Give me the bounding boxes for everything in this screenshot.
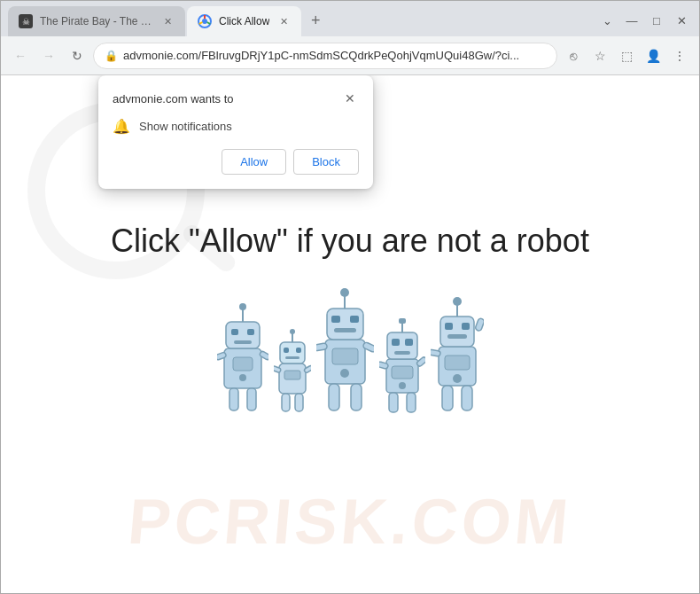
svg-point-44 <box>340 369 349 378</box>
minimize-button[interactable]: — <box>621 10 642 31</box>
svg-rect-14 <box>229 388 238 410</box>
svg-rect-11 <box>231 329 238 335</box>
svg-rect-27 <box>282 394 290 411</box>
svg-rect-12 <box>247 329 254 335</box>
share-button[interactable]: ⎋ <box>561 43 586 68</box>
robots-illustration <box>208 286 492 446</box>
svg-point-57 <box>399 382 406 389</box>
pirate-bay-icon: ☠ <box>19 14 33 28</box>
svg-rect-28 <box>295 394 303 411</box>
robot-5 <box>431 295 484 415</box>
popup-close-button[interactable]: ✕ <box>341 90 359 107</box>
menu-button[interactable]: ⋮ <box>667 43 692 68</box>
svg-rect-66 <box>462 386 472 410</box>
extension-icon: ⬚ <box>621 49 633 63</box>
svg-rect-37 <box>350 316 359 323</box>
chrome-icon <box>198 14 212 28</box>
svg-point-61 <box>453 297 462 306</box>
profile-icon: 👤 <box>646 49 661 63</box>
url-text: advmonie.com/FBlruvgDRjY1pC-nmSdmSCQdrkP… <box>123 49 546 62</box>
maximize-button[interactable]: □ <box>646 10 667 31</box>
svg-rect-18 <box>233 357 253 371</box>
chrome-window: ☠ The Pirate Bay - The galaxy's mo... ✕ … <box>0 0 700 594</box>
url-bar[interactable]: 🔒 advmonie.com/FBlruvgDRjY1pC-nmSdmSCQdr… <box>93 43 557 69</box>
tab1-title: The Pirate Bay - The galaxy's mo... <box>40 15 153 27</box>
svg-rect-40 <box>351 384 362 410</box>
robot-4 <box>379 313 425 415</box>
tab1-close-button[interactable]: ✕ <box>160 14 175 28</box>
bookmark-button[interactable]: ☆ <box>587 43 612 68</box>
svg-rect-48 <box>399 318 406 324</box>
svg-rect-13 <box>234 340 252 344</box>
svg-rect-55 <box>416 356 425 367</box>
tab-pirate-bay[interactable]: ☠ The Pirate Bay - The galaxy's mo... ✕ <box>8 6 185 36</box>
block-button[interactable]: Block <box>293 149 359 175</box>
svg-rect-46 <box>387 332 417 359</box>
svg-point-35 <box>340 288 349 297</box>
lock-icon: 🔒 <box>105 50 118 62</box>
svg-rect-8 <box>226 322 260 348</box>
back-button[interactable]: ← <box>8 43 33 68</box>
svg-rect-52 <box>389 393 398 412</box>
close-icon: ✕ <box>677 14 687 27</box>
svg-rect-26 <box>285 356 299 359</box>
toolbar-buttons: ⎋ ☆ ⬚ 👤 ⋮ <box>561 43 692 68</box>
new-tab-button[interactable]: + <box>303 8 328 33</box>
forward-button[interactable]: → <box>36 43 61 68</box>
svg-rect-49 <box>392 339 400 346</box>
svg-rect-65 <box>442 386 453 410</box>
chevron-down-icon: ⌄ <box>603 14 612 27</box>
menu-icon: ⋮ <box>673 49 686 63</box>
svg-rect-59 <box>440 317 474 347</box>
popup-notification-row: 🔔 Show notifications <box>113 118 359 135</box>
close-button[interactable]: ✕ <box>671 10 692 31</box>
svg-rect-36 <box>331 316 340 323</box>
robot-1 <box>217 300 268 415</box>
svg-point-23 <box>290 329 295 334</box>
share-icon: ⎋ <box>570 49 577 63</box>
svg-rect-62 <box>445 323 453 330</box>
popup-buttons: Allow Block <box>113 149 359 175</box>
allow-button[interactable]: Allow <box>222 149 286 175</box>
svg-text:☠: ☠ <box>22 17 30 27</box>
notification-popup: advmonie.com wants to ✕ 🔔 Show notificat… <box>98 75 373 189</box>
tab2-close-button[interactable]: ✕ <box>276 14 291 28</box>
svg-rect-15 <box>247 388 256 410</box>
reload-button[interactable]: ↻ <box>65 43 89 68</box>
star-icon: ☆ <box>595 49 606 63</box>
svg-line-6 <box>199 22 203 24</box>
popup-header: advmonie.com wants to ✕ <box>113 90 359 107</box>
minimize-icon: — <box>626 14 638 27</box>
robot-group <box>208 286 492 415</box>
svg-rect-25 <box>296 348 301 353</box>
popup-notification-text: Show notifications <box>139 120 232 133</box>
browser-content: advmonie.com wants to ✕ 🔔 Show notificat… <box>1 75 699 593</box>
tab-click-allow[interactable]: Click Allow ✕ <box>187 6 301 36</box>
svg-rect-51 <box>394 351 410 355</box>
tab2-title: Click Allow <box>219 15 269 27</box>
svg-rect-53 <box>407 393 416 412</box>
profile-button[interactable]: 👤 <box>641 43 665 68</box>
svg-point-19 <box>239 374 246 381</box>
svg-point-70 <box>453 374 462 383</box>
svg-line-5 <box>207 22 211 24</box>
svg-rect-39 <box>329 384 339 410</box>
robot-3 <box>316 286 374 415</box>
svg-rect-31 <box>284 371 300 379</box>
svg-rect-38 <box>334 328 356 332</box>
svg-rect-24 <box>284 348 289 353</box>
maximize-icon: □ <box>653 14 660 27</box>
svg-rect-69 <box>445 356 470 370</box>
extension-button[interactable]: ⬚ <box>614 43 639 68</box>
svg-point-10 <box>239 303 246 310</box>
svg-point-3 <box>202 19 207 24</box>
bell-icon: 🔔 <box>113 118 130 135</box>
main-message: Click "Allow" if you are not a robot <box>111 223 589 260</box>
svg-rect-21 <box>280 342 305 363</box>
svg-rect-67 <box>474 317 483 332</box>
svg-rect-43 <box>332 348 358 364</box>
window-controls: ⌄ — □ ✕ <box>596 10 692 36</box>
address-bar: ← → ↻ 🔒 advmonie.com/FBlruvgDRjY1pC-nmSd… <box>1 36 699 75</box>
svg-rect-33 <box>327 309 363 340</box>
chevron-down-button[interactable]: ⌄ <box>596 10 618 31</box>
